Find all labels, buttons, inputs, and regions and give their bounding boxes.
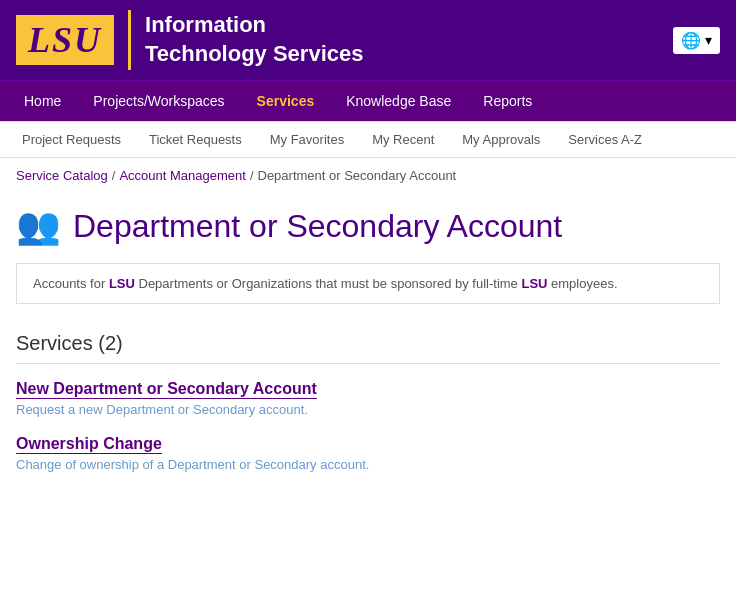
nav-services-az[interactable]: Services A-Z [554, 122, 656, 157]
site-header: LSU Information Technology Services 🌐 ▾ [0, 0, 736, 80]
globe-icon: 🌐 [681, 31, 701, 50]
info-box: Accounts for LSU Departments or Organiza… [16, 263, 720, 304]
info-highlight-lsu2: LSU [521, 276, 547, 291]
nav-ticket-requests[interactable]: Ticket Requests [135, 122, 256, 157]
service-item-2: Ownership Change Change of ownership of … [16, 435, 720, 472]
nav-knowledge-base[interactable]: Knowledge Base [330, 81, 467, 121]
secondary-nav: Project Requests Ticket Requests My Favo… [0, 121, 736, 158]
service-link-new-account[interactable]: New Department or Secondary Account [16, 380, 317, 399]
service-desc-new-account: Request a new Department or Secondary ac… [16, 402, 720, 417]
breadcrumb-account-management[interactable]: Account Management [119, 168, 245, 183]
breadcrumb-sep-2: / [250, 168, 254, 183]
nav-home[interactable]: Home [8, 81, 77, 121]
services-section: Services (2) New Department or Secondary… [0, 312, 736, 500]
breadcrumb-current: Department or Secondary Account [258, 168, 457, 183]
breadcrumb: Service Catalog / Account Management / D… [0, 158, 736, 193]
nav-my-recent[interactable]: My Recent [358, 122, 448, 157]
info-text-mid: Departments or Organizations that must b… [135, 276, 522, 291]
info-text-before: Accounts for [33, 276, 109, 291]
nav-my-approvals[interactable]: My Approvals [448, 122, 554, 157]
primary-nav: Home Projects/Workspaces Services Knowle… [0, 80, 736, 121]
header-right: 🌐 ▾ [673, 27, 720, 54]
dropdown-arrow-icon: ▾ [705, 32, 712, 48]
nav-project-requests[interactable]: Project Requests [8, 122, 135, 157]
service-link-ownership-change[interactable]: Ownership Change [16, 435, 162, 454]
page-title: Department or Secondary Account [73, 208, 562, 245]
nav-my-favorites[interactable]: My Favorites [256, 122, 358, 157]
nav-projects[interactable]: Projects/Workspaces [77, 81, 240, 121]
nav-services[interactable]: Services [241, 81, 331, 121]
info-text-after: employees. [547, 276, 617, 291]
header-title: Information Technology Services [145, 11, 363, 68]
nav-reports[interactable]: Reports [467, 81, 548, 121]
breadcrumb-service-catalog[interactable]: Service Catalog [16, 168, 108, 183]
language-button[interactable]: 🌐 ▾ [673, 27, 720, 54]
service-desc-ownership-change: Change of ownership of a Department or S… [16, 457, 720, 472]
page-title-area: 👥 Department or Secondary Account [0, 193, 736, 255]
people-icon: 👥 [16, 205, 61, 247]
info-highlight-lsu1: LSU [109, 276, 135, 291]
header-divider [128, 10, 131, 70]
services-heading: Services (2) [16, 332, 720, 364]
logo-area: LSU Information Technology Services [16, 10, 363, 70]
service-item-1: New Department or Secondary Account Requ… [16, 380, 720, 417]
breadcrumb-sep-1: / [112, 168, 116, 183]
lsu-logo: LSU [16, 15, 114, 65]
